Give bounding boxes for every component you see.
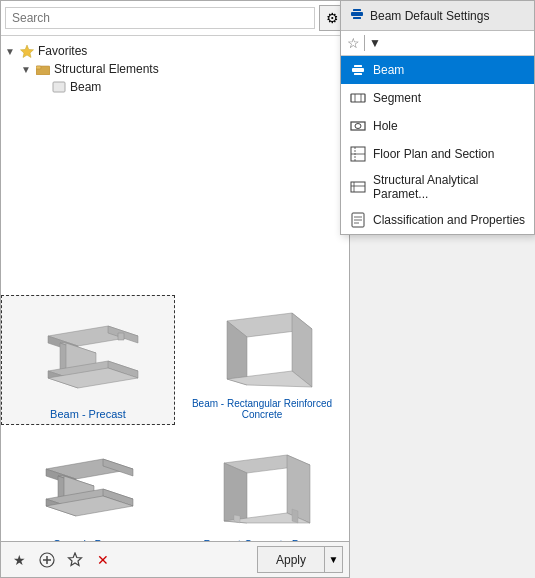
menu-item-beam[interactable]: Beam (341, 56, 534, 84)
right-panel-title: Beam Default Settings (370, 9, 489, 23)
right-panel-titlebar: Beam Default Settings (341, 1, 534, 31)
beam-tree-icon (51, 79, 67, 95)
beam-image-precast (33, 316, 143, 401)
right-panel: Beam Default Settings ☆ ▼ Beam Segment H… (340, 0, 535, 235)
svg-rect-39 (351, 12, 363, 16)
structural-menu-icon (349, 178, 367, 196)
beam-cell-precast-concrete[interactable]: Precast Concrete Beam (175, 425, 349, 542)
beam-menu-icon (349, 61, 367, 79)
tree-arrow-structural: ▼ (21, 64, 35, 75)
menu-item-structural[interactable]: Structural Analytical Paramet... (341, 168, 534, 206)
beam-image-precast-concrete (207, 446, 317, 531)
apply-dropdown-arrow[interactable]: ▼ (325, 546, 343, 573)
beam-cell-generic[interactable]: Generic Beam (1, 425, 175, 542)
tree-label-beam: Beam (70, 80, 101, 94)
svg-rect-43 (354, 65, 362, 67)
tree-label-favorites: Favorites (38, 44, 87, 58)
delete-button[interactable]: ✕ (91, 548, 115, 572)
titlebar-beam-icon (349, 6, 365, 25)
svg-rect-42 (352, 68, 364, 72)
beam-label-generic: Generic Beam (53, 538, 123, 542)
add-icon (39, 552, 55, 568)
add-button[interactable] (35, 548, 59, 572)
beam-canvas-generic (28, 444, 148, 534)
beam-scroll-area[interactable]: Beam - Precast Beam - Rectang (1, 295, 349, 542)
left-panel: ⚙ ▼ Favorites ▼ Structural Elements (0, 0, 350, 578)
svg-point-49 (355, 124, 361, 129)
beam-canvas-precast (28, 314, 148, 404)
menu-label-floor-plan: Floor Plan and Section (373, 147, 494, 161)
folder-icon (35, 61, 51, 77)
menu-item-classification[interactable]: Classification and Properties (341, 206, 534, 234)
menu-label-hole: Hole (373, 119, 398, 133)
beam-label-precast: Beam - Precast (50, 408, 126, 420)
beam-canvas-precast-concrete (202, 444, 322, 534)
svg-rect-53 (351, 182, 365, 192)
hole-menu-icon (349, 117, 367, 135)
right-panel-tabs: ☆ ▼ (341, 31, 534, 56)
tab-favorites-star[interactable]: ☆ (347, 35, 360, 51)
beam-label-rectangular: Beam - Rectangular Reinforced Concrete (180, 398, 344, 420)
svg-rect-40 (353, 9, 361, 11)
tree-area: ▼ Favorites ▼ Structural Elements Beam (1, 36, 349, 295)
menu-label-structural: Structural Analytical Paramet... (373, 173, 526, 201)
floor-plan-menu-icon (349, 145, 367, 163)
svg-rect-2 (36, 66, 41, 69)
menu-item-floor-plan[interactable]: Floor Plan and Section (341, 140, 534, 168)
svg-rect-45 (351, 94, 365, 102)
favorites-icon (19, 43, 35, 59)
tree-arrow-favorites: ▼ (5, 46, 19, 57)
svg-marker-34 (292, 509, 298, 523)
menu-label-beam: Beam (373, 63, 404, 77)
beam-cell-rectangular[interactable]: Beam - Rectangular Reinforced Concrete (175, 295, 349, 425)
remove-button[interactable] (63, 548, 87, 572)
tab-divider (364, 35, 365, 51)
tab-dropdown-arrow[interactable]: ▼ (369, 36, 381, 50)
menu-label-classification: Classification and Properties (373, 213, 525, 227)
menu-item-hole[interactable]: Hole (341, 112, 534, 140)
segment-menu-icon (349, 89, 367, 107)
svg-marker-38 (69, 553, 82, 566)
beam-label-precast-concrete: Precast Concrete Beam (204, 538, 321, 542)
apply-button[interactable]: Apply (257, 546, 325, 573)
tree-label-structural: Structural Elements (54, 62, 159, 76)
svg-rect-41 (353, 17, 361, 19)
search-bar: ⚙ (1, 1, 349, 36)
tree-item-structural[interactable]: ▼ Structural Elements (21, 60, 345, 78)
beam-app-icon (349, 6, 365, 22)
beam-cell-precast[interactable]: Beam - Precast (1, 295, 175, 425)
menu-label-segment: Segment (373, 91, 421, 105)
menu-item-segment[interactable]: Segment (341, 84, 534, 112)
favorites-button[interactable]: ★ (7, 548, 31, 572)
bottom-toolbar: ★ ✕ Apply ▼ (1, 541, 349, 577)
remove-icon (67, 552, 83, 568)
tree-item-beam[interactable]: Beam (37, 78, 345, 96)
beam-canvas-rectangular (202, 304, 322, 394)
tree-item-favorites[interactable]: ▼ Favorites (5, 42, 345, 60)
svg-marker-31 (287, 455, 310, 523)
beam-image-rectangular (207, 306, 317, 391)
svg-rect-44 (354, 73, 362, 75)
svg-marker-8 (118, 333, 124, 340)
search-input[interactable] (5, 7, 315, 29)
svg-marker-0 (21, 45, 34, 58)
beam-image-generic (33, 446, 143, 531)
classification-menu-icon (349, 211, 367, 229)
svg-marker-30 (224, 463, 247, 523)
svg-rect-3 (53, 82, 65, 92)
